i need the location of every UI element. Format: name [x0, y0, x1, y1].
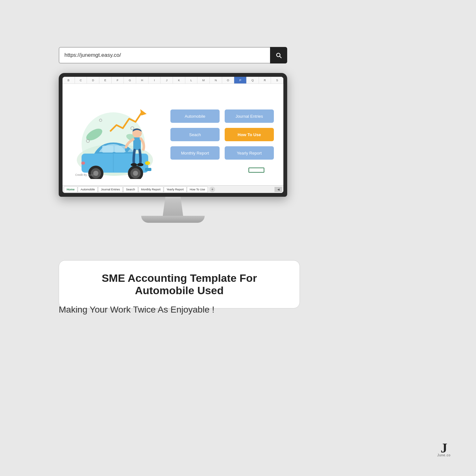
- col-G: G: [124, 77, 136, 83]
- svg-rect-10: [115, 146, 125, 153]
- monitor-body: B C D E F G H I J K L M N O P Q R S: [59, 73, 287, 197]
- journal-entries-button[interactable]: Journal Entries: [225, 109, 274, 123]
- col-H: H: [136, 77, 149, 83]
- brand-name: June.co: [437, 453, 451, 457]
- product-title: SME Accounting Template For Automobile U…: [74, 272, 284, 297]
- credit-text: Credit By June.co: [75, 173, 98, 176]
- monitor: B C D E F G H I J K L M N O P Q R S: [59, 73, 287, 223]
- search-icon: [275, 52, 282, 59]
- svg-rect-20: [145, 168, 151, 171]
- col-K: K: [173, 77, 185, 83]
- svg-point-13: [81, 162, 85, 165]
- monitor-stand-neck: [160, 197, 186, 216]
- sheet-tabs: Home Automobile Journal Entries Search M…: [63, 185, 283, 193]
- svg-point-24: [137, 163, 143, 166]
- svg-point-23: [131, 163, 137, 166]
- car-illustration: [69, 96, 161, 179]
- monitor-stand-base: [141, 216, 205, 223]
- svg-point-16: [133, 171, 138, 176]
- col-B: B: [63, 77, 75, 83]
- col-J: J: [161, 77, 173, 83]
- automobile-button[interactable]: Automobile: [170, 109, 220, 123]
- svg-marker-4: [140, 109, 147, 116]
- url-search-button[interactable]: [270, 47, 287, 63]
- product-card: SME Accounting Template For Automobile U…: [59, 260, 300, 308]
- brand-letter: J: [440, 441, 447, 455]
- col-L: L: [185, 77, 198, 83]
- sheet-tab-monthly-report[interactable]: Monthly Report: [138, 186, 163, 193]
- col-I: I: [149, 77, 161, 83]
- search-button[interactable]: Seach: [170, 128, 220, 141]
- spreadsheet-content: Credit By June.co Automobile Journal Ent…: [63, 84, 283, 185]
- sheet-tab-yearly-report[interactable]: Yearly Report: [164, 186, 187, 193]
- col-D: D: [87, 77, 99, 83]
- sheet-tab-search[interactable]: Search: [123, 186, 138, 193]
- monthly-report-button[interactable]: Monthly Report: [170, 146, 220, 160]
- url-bar-area: https://junemgt.easy.co/: [59, 47, 287, 63]
- svg-rect-9: [102, 146, 113, 153]
- spreadsheet-column-headers: B C D E F G H I J K L M N O P Q R S: [63, 77, 283, 84]
- col-R: R: [259, 77, 271, 83]
- col-Q: Q: [247, 77, 259, 83]
- brand-logo: J June.co: [437, 441, 451, 457]
- sheet-tab-how-to-use[interactable]: How To Use: [187, 186, 208, 193]
- green-rect-indicator: [248, 168, 264, 173]
- monitor-screen: B C D E F G H I J K L M N O P Q R S: [63, 77, 283, 193]
- url-bar[interactable]: https://junemgt.easy.co/: [59, 47, 270, 63]
- sheet-add-button[interactable]: +: [209, 187, 215, 192]
- col-M: M: [197, 77, 210, 83]
- how-to-use-button[interactable]: How To Use: [225, 128, 274, 141]
- col-F: F: [112, 77, 124, 83]
- illustration-area: Credit By June.co: [69, 90, 161, 179]
- col-S: S: [271, 77, 283, 83]
- col-P: P: [234, 77, 247, 83]
- sheet-scroll-indicator: ◀: [274, 187, 282, 192]
- col-E: E: [99, 77, 112, 83]
- col-O: O: [222, 77, 235, 83]
- navigation-buttons: Automobile Journal Entries Seach How To …: [167, 106, 277, 163]
- url-text: https://junemgt.easy.co/: [64, 52, 121, 58]
- tagline: Making Your Work Twice As Enjoyable !: [59, 305, 215, 315]
- sheet-tab-home[interactable]: Home: [64, 186, 77, 193]
- col-C: C: [75, 77, 87, 83]
- col-N: N: [210, 77, 222, 83]
- sheet-tab-automobile[interactable]: Automobile: [78, 186, 98, 193]
- yearly-report-button[interactable]: Yearly Report: [225, 146, 274, 160]
- svg-point-12: [145, 161, 150, 165]
- sheet-tab-journal-entries[interactable]: Journal Entries: [98, 186, 123, 193]
